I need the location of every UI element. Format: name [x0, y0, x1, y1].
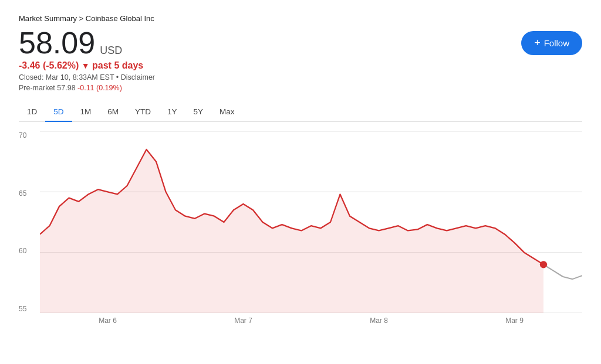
price-value: 58.09 [19, 26, 95, 60]
y-axis-labels: 70656055 [19, 131, 40, 325]
x-axis-labels: Mar 6Mar 7Mar 8Mar 9 [40, 314, 582, 325]
svg-point-4 [540, 261, 547, 268]
y-label: 55 [19, 305, 35, 313]
tab-1d[interactable]: 1D [19, 103, 45, 122]
premarket-row: Pre-market 57.98 -0.11 (0.19%) [19, 84, 155, 92]
price-change-arrow: ▼ [82, 61, 90, 70]
disclaimer-label: • Disclaimer [116, 73, 155, 81]
x-label: Mar 6 [99, 317, 117, 325]
premarket-value: 57.98 [57, 84, 77, 92]
price-change-period: past 5 days [92, 60, 143, 70]
y-label: 65 [19, 189, 35, 198]
price-currency: USD [100, 45, 122, 56]
chart-area: 70656055 Mar 6Mar 7Mar 8Mar 9 [19, 131, 582, 325]
tab-ytd[interactable]: YTD [127, 103, 159, 122]
tab-1m[interactable]: 1M [72, 103, 100, 122]
price-change-value: -3.46 (-5.62%) [19, 60, 79, 70]
premarket-label: Pre-market [19, 84, 57, 92]
price-display: 58.09USD [19, 28, 155, 58]
follow-label: Follow [544, 38, 569, 48]
breadcrumb: Market Summary > Coinbase Global Inc [19, 14, 582, 23]
tab-5d[interactable]: 5D [45, 103, 72, 122]
follow-plus-icon: + [534, 37, 541, 49]
breadcrumb-prefix: Market Summary > [19, 14, 86, 23]
time-tabs: 1D5D1M6MYTD1Y5YMax [19, 103, 582, 122]
tab-max[interactable]: Max [211, 103, 243, 122]
closed-label: Closed: Mar 10, 8:33AM EST [19, 73, 114, 81]
follow-button[interactable]: + Follow [521, 31, 582, 55]
y-label: 60 [19, 247, 35, 255]
tab-1y[interactable]: 1Y [159, 103, 185, 122]
stock-chart [40, 131, 582, 313]
tab-6m[interactable]: 6M [99, 103, 127, 122]
y-label: 70 [19, 131, 35, 140]
x-label: Mar 9 [505, 317, 524, 325]
tab-5y[interactable]: 5Y [185, 103, 212, 122]
breadcrumb-company: Coinbase Global Inc [86, 14, 154, 23]
price-change: -3.46 (-5.62%) ▼ past 5 days [19, 60, 155, 71]
price-meta: Closed: Mar 10, 8:33AM EST • Disclaimer [19, 73, 155, 81]
x-label: Mar 7 [234, 317, 252, 325]
x-label: Mar 8 [370, 317, 388, 325]
premarket-change: -0.11 (0.19%) [77, 84, 122, 92]
